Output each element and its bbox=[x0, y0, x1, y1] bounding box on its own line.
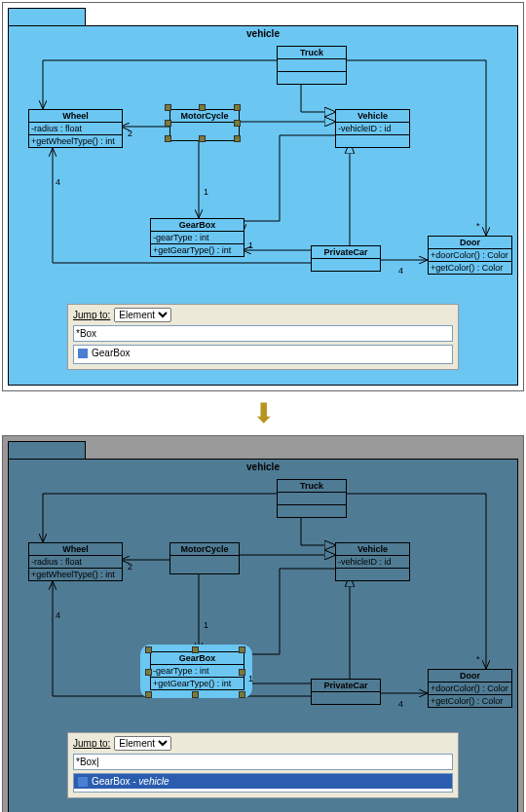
search-input[interactable] bbox=[73, 754, 453, 770]
class-vehicle[interactable]: Vehicle -vehicleID : id bbox=[335, 542, 410, 581]
class-privatecar[interactable]: PrivateCar bbox=[311, 679, 381, 705]
search-result-item[interactable]: GearBox bbox=[74, 346, 452, 360]
class-door[interactable]: Door +doorColor() : Color +getColor() : … bbox=[428, 236, 512, 275]
arrow-icon: ⬇ bbox=[0, 393, 526, 433]
class-privatecar[interactable]: PrivateCar bbox=[311, 245, 381, 272]
package-title: vehicle bbox=[9, 461, 517, 472]
jump-to-label: Jump to: bbox=[73, 310, 110, 320]
package-title: vehicle bbox=[9, 28, 517, 39]
jump-to-type-select[interactable]: Element bbox=[114, 736, 171, 751]
jump-to-type-select[interactable]: Element bbox=[114, 308, 171, 322]
search-results: GearBox bbox=[73, 345, 453, 364]
class-truck[interactable]: Truck bbox=[277, 46, 347, 85]
class-icon bbox=[78, 777, 88, 787]
package-body[interactable]: vehicle Truck bbox=[8, 459, 518, 812]
search-results: GearBox - vehicle bbox=[73, 773, 453, 793]
class-vehicle[interactable]: Vehicle -vehicleID : id bbox=[335, 109, 410, 148]
search-input[interactable] bbox=[73, 325, 453, 342]
jump-to-panel: Jump to: Element GearBox - vehicle bbox=[67, 732, 459, 798]
class-gearbox[interactable]: GearBox -gearType : int +getGearType() :… bbox=[150, 651, 244, 690]
class-wheel[interactable]: Wheel -radius : float +getWheelType() : … bbox=[28, 109, 123, 148]
diagram-before: vehicle bbox=[2, 2, 524, 391]
class-door[interactable]: Door +doorColor() : Color +getColor() : … bbox=[428, 669, 512, 708]
class-icon bbox=[78, 349, 88, 358]
package-tab[interactable] bbox=[8, 8, 86, 25]
search-result-item[interactable]: GearBox - vehicle bbox=[74, 774, 452, 789]
class-motorcycle[interactable]: MotorCycle bbox=[169, 542, 240, 574]
class-truck[interactable]: Truck bbox=[277, 479, 347, 518]
class-wheel[interactable]: Wheel -radius : float +getWheelType() : … bbox=[28, 542, 123, 581]
diagram-after: vehicle Truck bbox=[2, 435, 524, 812]
package-body[interactable]: vehicle bbox=[8, 25, 518, 386]
package-tab[interactable] bbox=[8, 441, 86, 459]
jump-to-label: Jump to: bbox=[73, 738, 110, 749]
jump-to-panel: Jump to: Element GearBox bbox=[67, 304, 459, 370]
class-gearbox[interactable]: GearBox -gearType : int +getGearType() :… bbox=[150, 218, 244, 257]
